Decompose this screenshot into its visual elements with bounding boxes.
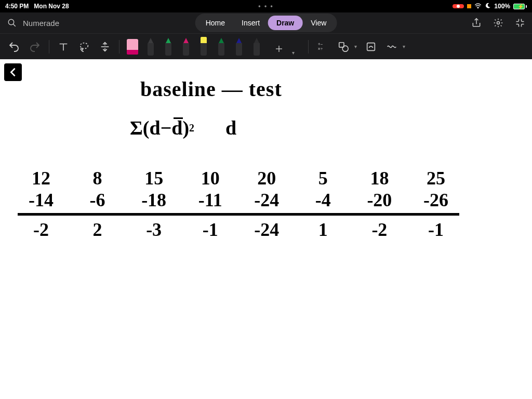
svg-line-2 <box>13 24 16 26</box>
svg-point-0 <box>477 7 478 8</box>
svg-rect-16 <box>367 43 375 50</box>
ink-to-shape-icon[interactable] <box>364 40 378 54</box>
status-time: 4:50 PM <box>5 3 29 10</box>
handwriting-headline: baseline — test <box>140 77 282 101</box>
cell: -14 <box>18 189 64 211</box>
cell: 10 <box>187 167 234 189</box>
exit-fullscreen-icon[interactable] <box>514 17 526 29</box>
cell: -2 <box>356 219 403 241</box>
formula-sigma-term: Σ(d−d) <box>130 116 189 139</box>
svg-point-4 <box>497 22 500 24</box>
tab-insert[interactable]: Insert <box>233 16 268 30</box>
ribbon-tabs: Home Insert Draw View <box>195 14 337 32</box>
lasso-tool-icon[interactable] <box>77 40 91 54</box>
back-button[interactable] <box>4 63 22 81</box>
svg-point-6 <box>81 48 83 50</box>
svg-point-1 <box>8 19 14 25</box>
cell: -11 <box>187 189 234 211</box>
cell: 2 <box>74 219 121 241</box>
cell: -1 <box>413 219 459 241</box>
insert-space-icon[interactable] <box>98 40 112 54</box>
cell: -3 <box>130 219 177 241</box>
wifi-icon <box>474 3 482 10</box>
screen-record-indicator <box>453 4 464 8</box>
cell: -18 <box>130 189 177 211</box>
cell: 8 <box>74 167 121 189</box>
formula-exponent: 2 <box>189 122 194 134</box>
drawing-canvas[interactable]: baseline — test Σ(d−d)2 d 12 8 15 10 20 … <box>0 59 532 399</box>
battery-percent: 100% <box>494 3 510 10</box>
table-row: 12 8 15 10 20 5 18 25 <box>18 167 459 189</box>
pen-green[interactable] <box>164 38 172 56</box>
svg-point-15 <box>342 46 348 51</box>
cell: -26 <box>413 189 459 211</box>
battery-icon: ⚡ <box>513 4 527 9</box>
pen-navy[interactable] <box>235 38 243 56</box>
cell: 5 <box>300 167 347 189</box>
cell: -20 <box>356 189 403 211</box>
cell: -1 <box>187 219 234 241</box>
pen-magenta[interactable] <box>182 38 190 56</box>
cell: 20 <box>243 167 290 189</box>
status-bar: 4:50 PM Mon Nov 28 • • • 100% ⚡ <box>0 0 532 12</box>
cell: 25 <box>413 167 459 189</box>
table-row: -2 2 -3 -1 -24 1 -2 -1 <box>18 219 459 241</box>
chevron-down-icon: ▾ <box>403 44 405 49</box>
highlighter-yellow[interactable] <box>200 38 208 56</box>
table-row: -14 -6 -18 -11 -24 -4 -20 -26 <box>18 189 459 211</box>
settings-gear-icon[interactable] <box>493 17 504 29</box>
cell: -6 <box>74 189 121 211</box>
cell: -24 <box>243 189 290 211</box>
pen-gray[interactable] <box>252 38 261 56</box>
document-title[interactable]: Numerade <box>23 19 59 28</box>
chevron-down-icon: ▾ <box>292 50 295 56</box>
search-icon[interactable] <box>6 17 18 29</box>
svg-text:+−: +− <box>318 42 323 47</box>
add-pen-icon[interactable] <box>272 42 286 56</box>
eraser-tool[interactable] <box>127 39 138 55</box>
cell: -24 <box>243 219 290 241</box>
location-indicator <box>467 4 471 8</box>
toolbar-divider <box>49 40 49 54</box>
toolbar-divider <box>308 40 309 54</box>
cell: 15 <box>130 167 177 189</box>
dnd-moon-icon <box>485 3 491 10</box>
search-area[interactable]: Numerade <box>6 17 59 29</box>
status-right: 100% ⚡ <box>453 3 527 10</box>
title-bar: Numerade Home Insert Draw View <box>0 12 532 33</box>
redo-icon[interactable] <box>28 40 42 54</box>
ink-style-icon[interactable] <box>385 40 398 54</box>
cell: -2 <box>18 219 64 241</box>
text-tool-icon[interactable] <box>57 40 70 54</box>
toolbar-divider <box>119 40 119 54</box>
cell: 12 <box>18 167 64 189</box>
undo-icon[interactable] <box>7 40 21 54</box>
horizontal-rule <box>18 213 459 216</box>
status-ellipsis: • • • <box>258 3 273 10</box>
cell: 1 <box>300 219 347 241</box>
tab-home[interactable]: Home <box>197 16 233 30</box>
tab-view[interactable]: View <box>302 16 335 30</box>
pen-black[interactable] <box>147 38 155 56</box>
status-date: Mon Nov 28 <box>34 3 69 10</box>
handwriting-formula: Σ(d−d)2 d <box>130 116 236 139</box>
cell: 18 <box>356 167 403 189</box>
tab-draw[interactable]: Draw <box>268 16 302 30</box>
formula-d: d <box>225 116 236 139</box>
pen-darkgreen[interactable] <box>217 38 225 56</box>
math-tool-icon[interactable]: +−×÷ <box>316 40 329 54</box>
handwriting-table: 12 8 15 10 20 5 18 25 -14 -6 -18 -11 -24… <box>18 167 459 241</box>
shapes-tool-icon[interactable] <box>337 40 350 54</box>
svg-text:×÷: ×÷ <box>318 47 323 51</box>
chevron-down-icon: ▾ <box>354 44 357 49</box>
share-icon[interactable] <box>471 17 482 29</box>
cell: -4 <box>300 189 347 211</box>
pen-tray: ▾ <box>147 38 295 56</box>
draw-toolbar: ▾ +−×÷ ▾ ▾ <box>0 33 532 59</box>
